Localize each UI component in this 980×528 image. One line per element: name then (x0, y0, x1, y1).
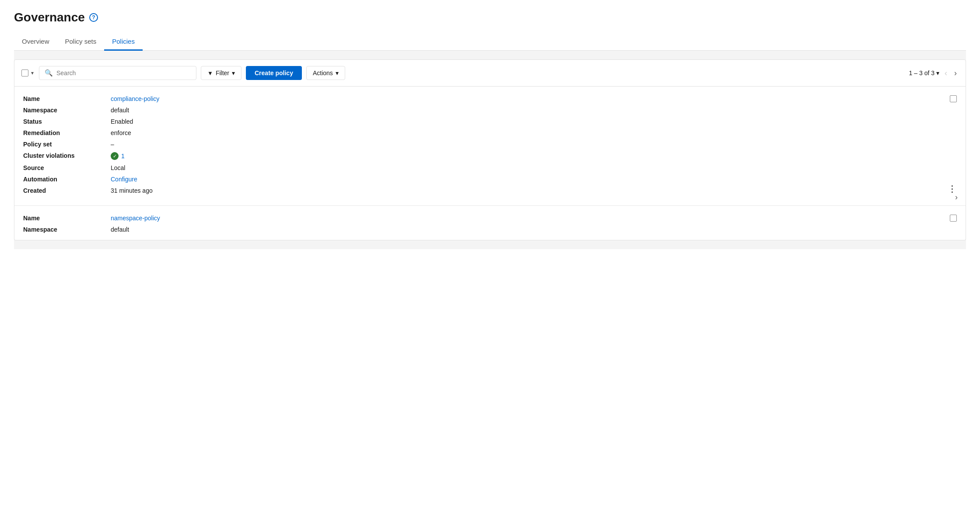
search-input[interactable] (56, 69, 191, 76)
policy-1-policy-set: – (111, 141, 114, 148)
filter-label: Filter (216, 69, 229, 76)
policy-card: Name compliance-policy Namespace default… (14, 87, 966, 206)
label-policy-set: Policy set (23, 141, 111, 148)
pagination: 1 – 3 of 3 ▾ ‹ › (909, 67, 959, 80)
filter-dropdown-icon: ▾ (232, 69, 235, 76)
actions-label: Actions (313, 69, 333, 76)
label-automation: Automation (23, 176, 111, 183)
policy-row-remediation: Remediation enforce (23, 129, 957, 136)
policy-1-cluster-violations: ✓ 1 (111, 152, 125, 160)
policy-1-automation-link[interactable]: Configure (111, 176, 137, 183)
policy-1-source: Local (111, 164, 125, 171)
tab-policies[interactable]: Policies (104, 33, 143, 51)
search-icon: 🔍 (45, 69, 53, 77)
pagination-text: 1 – 3 of 3 (909, 69, 934, 76)
help-icon[interactable]: ? (89, 13, 98, 22)
policy-1-checkbox[interactable] (950, 95, 957, 102)
tab-policy-sets[interactable]: Policy sets (57, 33, 105, 51)
policies-list: Name compliance-policy Namespace default… (14, 87, 966, 240)
policy-row-policy-set: Policy set – (23, 141, 957, 148)
policy-2-row-name: Name namespace-policy (23, 215, 957, 222)
policy-row-cluster-violations: Cluster violations ✓ 1 (23, 152, 957, 160)
policy-2-checkbox[interactable] (950, 215, 957, 222)
policy-1-namespace: default (111, 107, 129, 114)
label-source: Source (23, 164, 111, 171)
policy-1-violations-count[interactable]: 1 (121, 153, 125, 160)
policy-row-namespace: Namespace default (23, 107, 957, 114)
policy-card-2: Name namespace-policy Namespace default (14, 206, 966, 240)
filter-button[interactable]: ▼ Filter ▾ (201, 66, 242, 80)
toolbar: ▾ 🔍 ▼ Filter ▾ Create policy Actions ▾ 1… (14, 59, 966, 87)
policy-1-name-link[interactable]: compliance-policy (111, 95, 159, 102)
policy-row-source: Source Local (23, 164, 957, 171)
label-namespace-2: Namespace (23, 226, 111, 233)
label-remediation: Remediation (23, 129, 111, 136)
label-namespace: Namespace (23, 107, 111, 114)
policy-row-created: Created 31 minutes ago (23, 187, 957, 194)
policy-1-status: Enabled (111, 118, 133, 125)
violation-check-icon: ✓ (111, 152, 119, 160)
policy-1-expand-arrow[interactable]: › (955, 193, 958, 202)
label-name: Name (23, 95, 111, 102)
label-created: Created (23, 187, 111, 194)
policy-2-name-link[interactable]: namespace-policy (111, 215, 160, 222)
actions-dropdown-icon: ▾ (336, 69, 339, 76)
filter-icon: ▼ (207, 70, 213, 76)
label-cluster-violations: Cluster violations (23, 152, 111, 159)
policy-row-status: Status Enabled (23, 118, 957, 125)
label-name-2: Name (23, 215, 111, 222)
page-header: Governance ? (14, 10, 966, 24)
policy-1-kebab-menu[interactable]: ⋮ (948, 184, 957, 193)
policy-row-automation: Automation Configure (23, 176, 957, 183)
tab-overview[interactable]: Overview (14, 33, 57, 51)
tab-bar: Overview Policy sets Policies (14, 33, 966, 51)
create-policy-button[interactable]: Create policy (246, 66, 302, 80)
pagination-info: 1 – 3 of 3 ▾ (909, 69, 939, 76)
policy-1-created: 31 minutes ago (111, 187, 153, 194)
pagination-prev-button[interactable]: ‹ (943, 67, 949, 80)
policy-2-namespace: default (111, 226, 129, 233)
content-area: ▾ 🔍 ▼ Filter ▾ Create policy Actions ▾ 1… (14, 51, 966, 249)
pagination-dropdown-icon: ▾ (936, 69, 939, 76)
pagination-next-button[interactable]: › (952, 67, 959, 80)
page-title: Governance (14, 10, 85, 24)
policy-2-row-namespace: Namespace default (23, 226, 957, 233)
select-all-checkbox-group: ▾ (21, 69, 35, 77)
label-status: Status (23, 118, 111, 125)
select-all-dropdown-btn[interactable]: ▾ (30, 69, 35, 77)
search-box: 🔍 (39, 66, 196, 80)
select-all-checkbox[interactable] (21, 69, 28, 76)
policy-1-remediation: enforce (111, 129, 131, 136)
policy-row-name: Name compliance-policy (23, 95, 957, 102)
actions-button[interactable]: Actions ▾ (306, 66, 345, 80)
